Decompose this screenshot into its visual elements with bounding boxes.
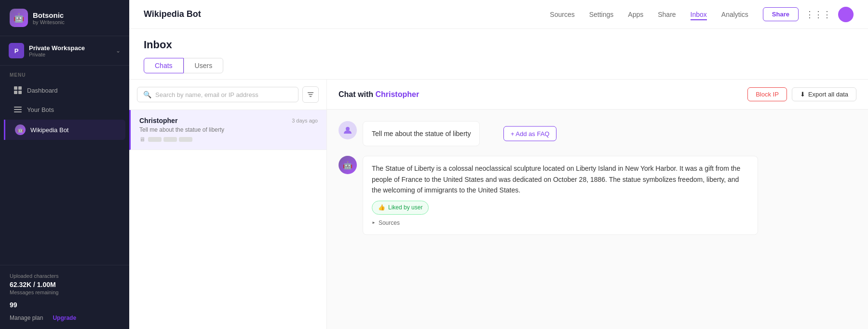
workspace-info: Private Workspace Private [29,44,111,57]
chat-time: 3 days ago [292,118,318,123]
svg-rect-4 [14,107,22,108]
share-button[interactable]: Share [763,7,799,21]
bot-title: Wikipedia Bot [144,9,201,19]
top-nav-right: Share ⋮⋮⋮ [763,7,854,22]
user-avatar[interactable] [838,7,854,22]
chat-name: Christopher [139,117,177,124]
download-icon: ⬇ [800,91,805,98]
add-faq-button[interactable]: + Add as FAQ [503,126,557,141]
user-message-avatar [339,121,357,139]
bot-message-bubble: The Statue of Liberty is a colossal neoc… [363,156,758,235]
svg-rect-0 [14,86,17,90]
chat-with-label: Chat with [339,90,373,98]
user-message-text: Tell me about the statue of liberty [372,130,471,137]
chat-search-bar: 🔍 [129,80,326,110]
chat-panel-header: Chat with Christopher Block IP ⬇ Export … [327,80,868,110]
bot-message-text: The Statue of Liberty is a colossal neoc… [372,164,740,194]
chat-tag-2 [163,137,177,142]
svg-point-10 [346,127,350,131]
workspace-type: Private [29,52,111,57]
sidebar-item-dashboard-label: Dashboard [27,87,58,94]
workspace-avatar: P [9,43,24,58]
upgrade-link[interactable]: Upgrade [53,315,76,321]
tab-chats[interactable]: Chats [144,58,184,73]
user-message-bubble: Tell me about the statue of liberty + Ad… [363,121,480,146]
chat-panel: Chat with Christopher Block IP ⬇ Export … [327,80,868,329]
triangle-icon: ► [372,220,376,226]
main-content: Wikipedia Bot Sources Settings Apps Shar… [129,0,868,329]
workspace-selector[interactable]: P Private Workspace Private ⌄ [0,36,129,66]
nav-link-apps[interactable]: Apps [628,9,643,20]
botsonic-logo-icon: 🤖 [10,9,28,27]
nav-links: Sources Settings Apps Share Inbox Analyt… [550,9,748,20]
manage-plan-link[interactable]: Manage plan [10,315,43,321]
bot-avatar-icon: 🤖 [15,124,26,135]
top-navigation: Wikipedia Bot Sources Settings Apps Shar… [129,0,868,29]
nav-link-sources[interactable]: Sources [550,9,574,20]
app-name: Botsonic [33,11,65,19]
app-subtitle: by Writesonic [33,19,65,25]
sidebar-item-wikipedia-bot[interactable]: 🤖 Wikipedia Bot [4,120,125,140]
nav-link-share[interactable]: Share [658,9,676,20]
messages-label: Messages remaining [10,289,120,295]
search-icon: 🔍 [143,91,151,98]
logo-text: Botsonic by Writesonic [33,11,65,25]
search-input-wrap[interactable]: 🔍 [137,87,298,102]
chat-list: 🔍 Christopher 3 days ago Tell me about t… [129,80,327,329]
device-icon: 🖥 [139,136,145,143]
sidebar-item-your-bots[interactable]: Your Bots [4,100,125,119]
sidebar-logo: 🤖 Botsonic by Writesonic [0,0,129,36]
chat-tag-1 [148,137,162,142]
chat-meta: 🖥 [139,136,318,143]
chat-preview: Tell me about the statue of liberty [139,126,318,133]
dashboard-icon [14,86,22,95]
message-row-user: Tell me about the statue of liberty + Ad… [339,121,856,146]
chat-tags [148,137,192,142]
chat-item-christopher[interactable]: Christopher 3 days ago Tell me about the… [129,110,326,150]
sidebar: 🤖 Botsonic by Writesonic P Private Works… [0,0,129,329]
sidebar-footer: Uploaded characters 62.32K / 1.00M Messa… [0,265,129,329]
sidebar-item-your-bots-label: Your Bots [27,106,54,113]
workspace-name: Private Workspace [29,44,111,52]
inbox-header: Inbox Chats Users [129,29,868,80]
liked-badge: 👍 Liked by user [372,201,429,215]
chat-with-user-name: Christopher [375,90,419,98]
svg-rect-2 [14,91,17,94]
svg-rect-6 [14,111,22,112]
export-button[interactable]: ⬇ Export all data [792,87,856,101]
inbox-area: Inbox Chats Users 🔍 [129,29,868,329]
sidebar-item-wikipedia-bot-label: Wikipedia Bot [30,126,68,134]
svg-rect-3 [18,91,22,94]
nav-link-settings[interactable]: Settings [589,9,614,20]
chat-panel-actions: Block IP ⬇ Export all data [747,87,856,101]
filter-icon[interactable] [302,86,319,103]
grid-icon[interactable]: ⋮⋮⋮ [805,9,831,20]
menu-label: MENU [0,66,129,81]
messages-area: Tell me about the statue of liberty + Ad… [327,110,868,329]
inbox-tabs: Chats Users [144,58,854,73]
nav-link-inbox[interactable]: Inbox [691,9,707,20]
svg-rect-1 [18,86,22,90]
tab-users[interactable]: Users [184,58,224,73]
sidebar-item-dashboard[interactable]: Dashboard [4,81,125,99]
chat-item-header: Christopher 3 days ago [139,117,318,124]
your-bots-icon [14,105,22,114]
thumbs-up-icon: 👍 [378,203,385,212]
svg-rect-5 [14,109,22,110]
chevron-down-icon: ⌄ [116,47,121,54]
bot-message-avatar: 🤖 [339,156,357,174]
nav-link-analytics[interactable]: Analytics [721,9,748,20]
uploaded-label: Uploaded characters [10,273,120,279]
liked-label: Liked by user [388,203,422,212]
sources-toggle[interactable]: ► Sources [372,219,749,228]
chat-tag-3 [179,137,192,142]
uploaded-value: 62.32K / 1.00M [10,281,120,288]
search-input[interactable] [155,91,292,98]
chat-with-title: Chat with Christopher [339,90,419,99]
inbox-title: Inbox [144,39,854,51]
block-ip-button[interactable]: Block IP [747,87,787,101]
sources-label: Sources [379,219,400,228]
export-label: Export all data [808,91,848,98]
messages-count: 99 [10,301,120,309]
message-row-bot: 🤖 The Statue of Liberty is a colossal ne… [339,156,856,235]
